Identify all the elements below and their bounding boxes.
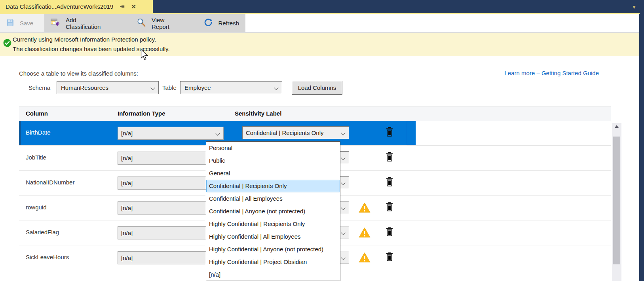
sensitivity-option[interactable]: Confidential | Recipients Only bbox=[206, 180, 340, 192]
pin-icon[interactable] bbox=[120, 4, 125, 9]
sensitivity-option[interactable]: Personal bbox=[206, 142, 340, 154]
chevron-down-icon bbox=[341, 180, 345, 185]
toolbar: Save Add Classification View Report Re bbox=[0, 14, 644, 32]
warning-icon bbox=[359, 202, 370, 214]
information-type-value: [n/a] bbox=[121, 230, 133, 236]
header-sensitivity-label: Sensitivity Label bbox=[235, 110, 281, 117]
chevron-down-icon bbox=[150, 85, 155, 90]
choose-table-prompt: Choose a table to view its classified co… bbox=[19, 70, 138, 77]
sensitivity-option[interactable]: Highly Confidential | Anyone (not protec… bbox=[206, 243, 340, 256]
scrollbar-thumb[interactable] bbox=[613, 137, 620, 264]
chevron-down-icon bbox=[341, 156, 345, 160]
info-line-1: Currently using Microsoft Information Pr… bbox=[13, 35, 170, 44]
sensitivity-option[interactable]: Highly Confidential | Recipients Only bbox=[206, 218, 340, 230]
sensitivity-dropdown-list: PersonalPublicGeneralConfidential | Reci… bbox=[206, 141, 340, 281]
sensitivity-option[interactable]: Highly Confidential | All Employees bbox=[206, 230, 340, 243]
add-classification-label: Add Classification bbox=[66, 17, 101, 30]
data-classification-window: Data Classificatio...AdventureWorks2019 … bbox=[0, 0, 644, 281]
document-well-caret-icon[interactable]: ▼ bbox=[632, 5, 636, 9]
delete-row-icon[interactable] bbox=[386, 251, 393, 263]
header-column: Column bbox=[26, 110, 48, 117]
table-select[interactable]: Employee bbox=[180, 81, 282, 94]
load-columns-button[interactable]: Load Columns bbox=[292, 81, 342, 95]
selected-row-end-cell bbox=[407, 121, 416, 145]
scroll-up-arrow-icon[interactable] bbox=[615, 125, 619, 128]
chevron-down-icon bbox=[341, 205, 345, 210]
chevron-down-icon bbox=[341, 131, 345, 135]
sensitivity-label-select[interactable]: Confidential | Recipients Only bbox=[242, 126, 349, 139]
information-type-value: [n/a] bbox=[121, 180, 133, 186]
sensitivity-label-value: Confidential | Recipients Only bbox=[246, 129, 324, 136]
document-tab[interactable]: Data Classificatio...AdventureWorks2019 … bbox=[0, 0, 153, 13]
add-classification-button[interactable]: Add Classification bbox=[44, 14, 107, 32]
tab-title: Data Classificatio...AdventureWorks2019 bbox=[6, 3, 113, 10]
view-report-label: View Report bbox=[152, 17, 175, 30]
information-type-value: [n/a] bbox=[121, 130, 133, 137]
toolbar-strip: Save Add Classification View Report Re bbox=[0, 14, 245, 32]
magnifier-icon bbox=[137, 18, 146, 28]
sensitivity-option[interactable]: [n/a] bbox=[206, 268, 340, 281]
warning-icon bbox=[359, 227, 370, 239]
sensitivity-option[interactable]: Highly Confidential | Project Obsidian bbox=[206, 256, 340, 268]
information-type-value: [n/a] bbox=[121, 205, 133, 211]
refresh-label: Refresh bbox=[218, 20, 239, 27]
delete-row-icon[interactable] bbox=[386, 177, 393, 188]
header-information-type: Information Type bbox=[118, 110, 165, 117]
window-titlebar: Data Classificatio...AdventureWorks2019 … bbox=[0, 0, 644, 14]
delete-row-icon[interactable] bbox=[386, 127, 393, 138]
window-right-border bbox=[639, 14, 644, 281]
view-report-button[interactable]: View Report bbox=[130, 14, 181, 32]
chevron-down-icon bbox=[341, 255, 345, 260]
column-name: rowguid bbox=[26, 204, 47, 211]
information-type-value: [n/a] bbox=[121, 155, 133, 161]
warning-icon bbox=[359, 252, 370, 264]
sensitivity-option[interactable]: Confidential | All Employees bbox=[206, 192, 340, 205]
delete-row-icon[interactable] bbox=[386, 226, 393, 238]
sensitivity-option[interactable]: General bbox=[206, 167, 340, 180]
column-name: SalariedFlag bbox=[26, 229, 59, 235]
table-label: Table bbox=[162, 84, 177, 91]
schema-label: Schema bbox=[28, 84, 50, 91]
information-type-select[interactable]: [n/a] bbox=[118, 127, 224, 140]
delete-row-icon[interactable] bbox=[386, 201, 393, 213]
save-icon bbox=[6, 19, 14, 28]
save-label: Save bbox=[20, 20, 33, 27]
column-name: SickLeaveHours bbox=[26, 254, 69, 260]
chevron-down-icon bbox=[274, 85, 278, 90]
learn-more-link[interactable]: Learn more – Getting Started Guide bbox=[505, 70, 599, 76]
save-button[interactable]: Save bbox=[0, 14, 44, 32]
refresh-button[interactable]: Refresh bbox=[198, 14, 245, 32]
refresh-icon bbox=[204, 18, 213, 28]
close-icon[interactable]: ✕ bbox=[131, 3, 136, 10]
delete-row-icon[interactable] bbox=[386, 152, 393, 163]
vertical-scrollbar[interactable] bbox=[612, 123, 621, 281]
column-name: JobTitle bbox=[26, 154, 46, 161]
chevron-down-icon bbox=[215, 131, 220, 135]
sensitivity-option[interactable]: Public bbox=[206, 154, 340, 167]
success-check-icon bbox=[3, 39, 11, 48]
add-classification-icon bbox=[51, 18, 60, 28]
sensitivity-option[interactable]: Confidential | Anyone (not protected) bbox=[206, 205, 340, 218]
column-name: BirthDate bbox=[26, 129, 51, 136]
grid-header: Column Information Type Sensitivity Labe… bbox=[19, 106, 611, 121]
table-select-value: Employee bbox=[184, 84, 211, 91]
selected-row-accent bbox=[19, 121, 21, 145]
information-type-value: [n/a] bbox=[121, 254, 133, 261]
column-name: NationalIDNumber bbox=[26, 179, 74, 186]
info-bar: Currently using Microsoft Information Pr… bbox=[0, 33, 644, 56]
chevron-down-icon bbox=[341, 230, 345, 235]
schema-select[interactable]: HumanResources bbox=[57, 81, 159, 94]
schema-select-value: HumanResources bbox=[61, 84, 108, 91]
mouse-cursor bbox=[141, 49, 148, 62]
